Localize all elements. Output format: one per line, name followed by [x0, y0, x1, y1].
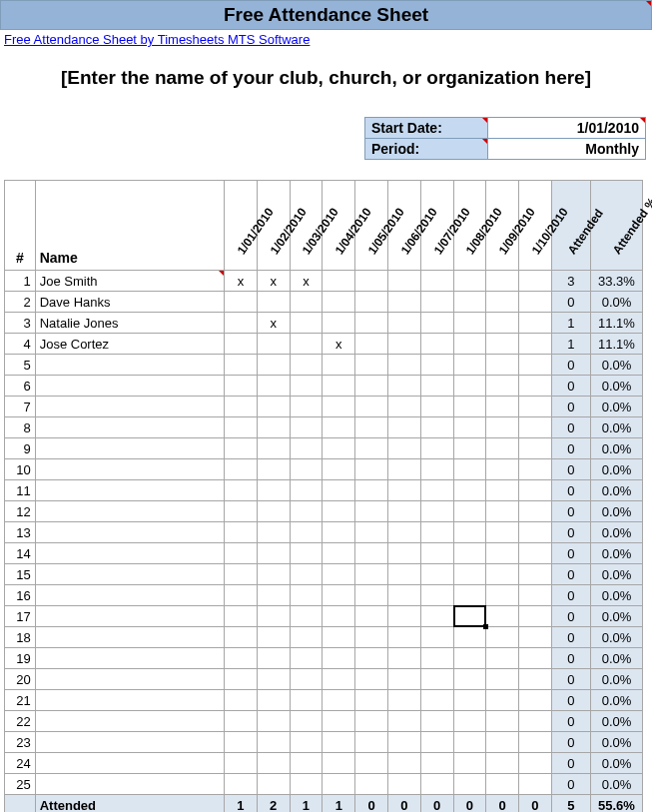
attendance-cell[interactable]	[519, 753, 552, 774]
attendance-cell[interactable]	[486, 376, 519, 397]
attendance-cell[interactable]	[355, 397, 388, 417]
attendance-cell[interactable]	[453, 313, 486, 334]
attendance-cell[interactable]	[290, 355, 323, 376]
table-row[interactable]: 1700.0%	[5, 606, 643, 627]
table-row[interactable]: 1400.0%	[5, 543, 643, 564]
attendance-cell[interactable]	[519, 459, 552, 480]
attendance-cell[interactable]	[290, 397, 323, 417]
row-name[interactable]	[35, 397, 224, 417]
period-value[interactable]: Monthly	[488, 139, 646, 160]
row-name[interactable]	[35, 480, 224, 501]
attendance-cell[interactable]	[453, 606, 486, 627]
attendance-cell[interactable]	[387, 627, 420, 648]
row-name[interactable]: Jose Cortez	[35, 334, 224, 355]
attendance-cell[interactable]	[257, 417, 290, 438]
attendance-cell[interactable]	[323, 732, 355, 753]
attendance-cell[interactable]	[290, 690, 323, 711]
row-name[interactable]	[35, 417, 224, 438]
attendance-cell[interactable]	[519, 774, 552, 795]
attendance-cell[interactable]	[420, 459, 453, 480]
attendance-cell[interactable]	[387, 480, 420, 501]
attendance-cell[interactable]	[453, 711, 486, 732]
attendance-cell[interactable]	[355, 355, 388, 376]
attendance-cell[interactable]	[290, 585, 323, 606]
attendance-cell[interactable]	[323, 564, 355, 585]
attendance-cell[interactable]	[323, 376, 355, 397]
attendance-cell[interactable]	[486, 543, 519, 564]
table-row[interactable]: 600.0%	[5, 376, 643, 397]
attendance-cell[interactable]	[290, 459, 323, 480]
attendance-cell[interactable]	[323, 711, 355, 732]
table-row[interactable]: 1300.0%	[5, 522, 643, 543]
attendance-cell[interactable]	[420, 271, 453, 292]
attendance-cell[interactable]	[257, 438, 290, 459]
attendance-cell[interactable]	[387, 606, 420, 627]
attendance-cell[interactable]	[355, 585, 388, 606]
attendance-cell[interactable]	[519, 711, 552, 732]
attendance-cell[interactable]	[420, 376, 453, 397]
attendance-cell[interactable]	[453, 271, 486, 292]
attendance-cell[interactable]	[387, 271, 420, 292]
attendance-cell[interactable]	[387, 774, 420, 795]
attendance-cell[interactable]	[257, 732, 290, 753]
table-row[interactable]: 2500.0%	[5, 774, 643, 795]
attendance-cell[interactable]	[519, 564, 552, 585]
attendance-cell[interactable]	[355, 313, 388, 334]
attendance-cell[interactable]	[420, 669, 453, 690]
attendance-cell[interactable]: x	[257, 271, 290, 292]
attendance-cell[interactable]	[486, 459, 519, 480]
attendance-cell[interactable]	[519, 376, 552, 397]
attendance-cell[interactable]	[225, 397, 258, 417]
attendance-cell[interactable]	[519, 648, 552, 669]
attendance-cell[interactable]	[257, 585, 290, 606]
attendance-cell[interactable]	[519, 690, 552, 711]
attendance-cell[interactable]	[387, 585, 420, 606]
attendance-cell[interactable]	[225, 648, 258, 669]
table-row[interactable]: 1900.0%	[5, 648, 643, 669]
attendance-cell[interactable]	[519, 417, 552, 438]
attendance-cell[interactable]	[519, 522, 552, 543]
attendance-cell[interactable]	[420, 501, 453, 522]
attendance-cell[interactable]	[486, 417, 519, 438]
attendance-cell[interactable]	[257, 606, 290, 627]
attendance-cell[interactable]	[420, 397, 453, 417]
row-name[interactable]	[35, 585, 224, 606]
row-name[interactable]	[35, 627, 224, 648]
table-row[interactable]: 1600.0%	[5, 585, 643, 606]
attendance-cell[interactable]	[519, 292, 552, 313]
attendance-cell[interactable]	[420, 711, 453, 732]
attendance-cell[interactable]	[453, 376, 486, 397]
attendance-cell[interactable]	[225, 732, 258, 753]
attendance-cell[interactable]	[290, 501, 323, 522]
row-name[interactable]	[35, 690, 224, 711]
attendance-cell[interactable]	[257, 711, 290, 732]
row-name[interactable]	[35, 648, 224, 669]
attendance-cell[interactable]	[290, 627, 323, 648]
attendance-cell[interactable]	[387, 459, 420, 480]
attendance-cell[interactable]	[355, 480, 388, 501]
attendance-cell[interactable]	[290, 522, 323, 543]
table-row[interactable]: 2300.0%	[5, 732, 643, 753]
attendance-cell[interactable]	[420, 292, 453, 313]
attendance-cell[interactable]	[420, 648, 453, 669]
attendance-cell[interactable]	[355, 376, 388, 397]
table-row[interactable]: 2Dave Hanks00.0%	[5, 292, 643, 313]
attendance-cell[interactable]	[453, 648, 486, 669]
attendance-cell[interactable]	[225, 376, 258, 397]
attendance-cell[interactable]	[387, 355, 420, 376]
attendance-cell[interactable]	[420, 522, 453, 543]
attendance-cell[interactable]	[387, 669, 420, 690]
attendance-cell[interactable]	[323, 501, 355, 522]
attendance-cell[interactable]	[290, 648, 323, 669]
table-row[interactable]: 2000.0%	[5, 669, 643, 690]
table-row[interactable]: 2400.0%	[5, 753, 643, 774]
start-date-value[interactable]: 1/01/2010	[488, 118, 646, 139]
attendance-cell[interactable]	[225, 753, 258, 774]
attendance-cell[interactable]	[257, 292, 290, 313]
table-row[interactable]: 500.0%	[5, 355, 643, 376]
attendance-cell[interactable]	[486, 355, 519, 376]
attendance-cell[interactable]	[453, 501, 486, 522]
attendance-cell[interactable]	[257, 501, 290, 522]
attendance-cell[interactable]	[387, 417, 420, 438]
attendance-cell[interactable]	[257, 334, 290, 355]
